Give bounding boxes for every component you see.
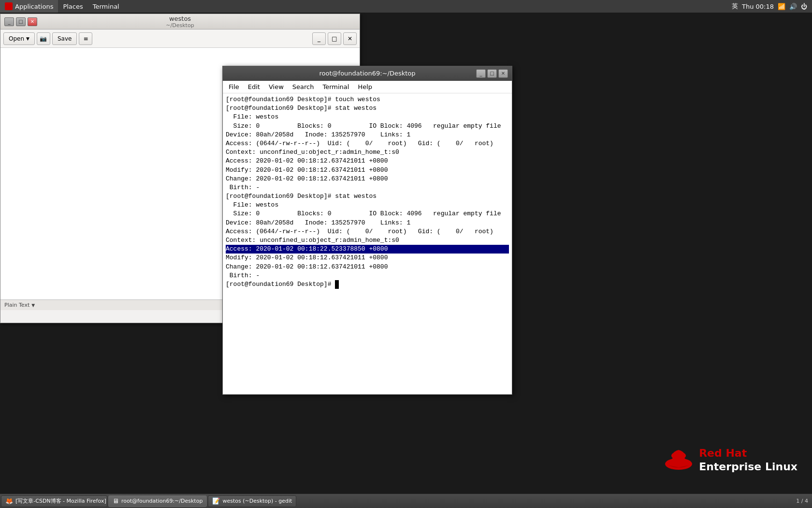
- menu-search[interactable]: Search: [289, 82, 318, 91]
- gedit-open-btn[interactable]: Open ▼: [3, 32, 35, 45]
- terminal-line: Size: 0 Blocks: 0 IO Block: 4096 regular…: [226, 209, 509, 218]
- terminal-line: Access: 2020-01-02 00:18:12.637421011 +0…: [226, 157, 509, 165]
- gedit-wm-max-btn[interactable]: □: [328, 32, 341, 45]
- terminal-body[interactable]: [root@foundation69 Desktop]# touch westo…: [223, 93, 512, 394]
- taskbar-page-indicator: 1 / 4: [796, 498, 811, 504]
- terminal-line: File: westos: [226, 201, 509, 209]
- terminal-highlighted-line: Access: 2020-01-02 00:18:22.523378850 +0…: [226, 245, 509, 254]
- gedit-save-btn[interactable]: Save: [52, 32, 77, 45]
- gedit-wm-close-btn[interactable]: ✕: [343, 32, 357, 45]
- top-bar: Applications Places Terminal 英 Thu 00:18…: [0, 0, 812, 13]
- gedit-close-btn[interactable]: ✕: [28, 17, 37, 26]
- redhat-logo: Red Hat Enterprise Linux: [664, 447, 798, 474]
- terminal-line: Context: unconfined_u:object_r:admin_hom…: [226, 236, 509, 245]
- statusbar-dropdown-arrow[interactable]: ▼: [31, 303, 35, 308]
- language-indicator: 英: [732, 2, 738, 11]
- terminal-minimize-btn[interactable]: _: [476, 69, 486, 78]
- power-icon: ⏻: [801, 3, 807, 10]
- top-bar-right: 英 Thu 00:18 📶 🔊 ⏻: [732, 2, 812, 11]
- terminal-icon: 🖥: [113, 497, 119, 505]
- places-menu[interactable]: Places: [58, 0, 87, 13]
- taskbar-item-firefox[interactable]: 🦊 [写文章-CSDN博客 - Mozilla Firefox]: [1, 495, 107, 507]
- terminal-line: Access: (0644/-rw-r--r--) Uid: ( 0/ root…: [226, 227, 509, 236]
- taskbar: 🦊 [写文章-CSDN博客 - Mozilla Firefox] 🖥 root@…: [0, 493, 812, 508]
- terminal-line: Modify: 2020-01-02 00:18:12.637421011 +0…: [226, 166, 509, 175]
- menu-file[interactable]: File: [225, 82, 243, 91]
- gedit-camera-btn[interactable]: 📷: [37, 32, 50, 45]
- redhat-text: Red Hat Enterprise Linux: [699, 447, 798, 474]
- taskbar-item-terminal[interactable]: 🖥 root@foundation69:~/Desktop: [108, 495, 207, 507]
- clock: Thu 00:18: [742, 3, 774, 10]
- terminal-close-btn[interactable]: ✕: [498, 69, 508, 78]
- gedit-minimize-btn[interactable]: _: [4, 17, 14, 26]
- terminal-line: Change: 2020-01-02 00:18:12.637421011 +0…: [226, 175, 509, 183]
- terminal-line: Birth: -: [226, 183, 509, 192]
- gedit-titlebar: _ □ ✕ westos ~/Desktop: [0, 14, 360, 30]
- terminal-line: Change: 2020-01-02 00:18:12.637421011 +0…: [226, 263, 509, 271]
- top-bar-left: Applications Places Terminal: [0, 0, 124, 13]
- gedit-menu-btn[interactable]: ≡: [79, 32, 92, 45]
- redhat-icon: [5, 2, 13, 10]
- dropdown-arrow[interactable]: ▼: [26, 36, 29, 41]
- terminal-wm-buttons: _ □ ✕: [476, 69, 508, 78]
- menu-help[interactable]: Help: [354, 82, 376, 91]
- terminal-titlebar: root@foundation69:~/Desktop _ □ ✕: [223, 66, 512, 81]
- gedit-maximize-btn[interactable]: □: [16, 17, 26, 26]
- network-icon: 📶: [778, 3, 785, 10]
- firefox-icon: 🦊: [5, 497, 13, 505]
- menu-view[interactable]: View: [265, 82, 288, 91]
- menu-edit[interactable]: Edit: [244, 82, 264, 91]
- terminal-line: Birth: -: [226, 271, 509, 280]
- terminal-line: Size: 0 Blocks: 0 IO Block: 4096 regular…: [226, 122, 509, 131]
- taskbar-item-gedit[interactable]: 📝 westos (~Desktop) - gedit: [208, 495, 296, 507]
- terminal-menu[interactable]: Terminal: [88, 0, 124, 13]
- terminal-line: Device: 80ah/2058d Inode: 135257970 Link…: [226, 219, 509, 227]
- gedit-title: westos ~/Desktop: [166, 15, 194, 29]
- menu-terminal[interactable]: Terminal: [319, 82, 353, 91]
- gedit-toolbar: Open ▼ 📷 Save ≡ _ □ ✕: [0, 30, 360, 48]
- terminal-cursor: [335, 280, 339, 289]
- terminal-maximize-btn[interactable]: □: [487, 69, 497, 78]
- terminal-line: [root@foundation69 Desktop]# stat westos: [226, 192, 509, 201]
- terminal-line: File: westos: [226, 113, 509, 121]
- terminal-title: root@foundation69:~/Desktop: [319, 70, 416, 77]
- terminal-line: Access: (0644/-rw-r--r--) Uid: ( 0/ root…: [226, 139, 509, 148]
- terminal-line: [root@foundation69 Desktop]# touch westo…: [226, 95, 509, 104]
- gedit-wm-min-btn[interactable]: _: [312, 32, 326, 45]
- applications-menu[interactable]: Applications: [0, 0, 58, 13]
- terminal-line: Context: unconfined_u:object_r:admin_hom…: [226, 148, 509, 157]
- terminal-line: Device: 80ah/2058d Inode: 135257970 Link…: [226, 131, 509, 139]
- terminal-line: Modify: 2020-01-02 00:18:12.637421011 +0…: [226, 254, 509, 262]
- terminal-line: [root@foundation69 Desktop]# stat westos: [226, 104, 509, 113]
- volume-icon: 🔊: [789, 3, 797, 10]
- redhat-hat-icon: [664, 447, 693, 474]
- desktop: _ □ ✕ westos ~/Desktop Open ▼ 📷 Save ≡ _…: [0, 13, 812, 493]
- gedit-icon: 📝: [212, 497, 220, 505]
- terminal-window: root@foundation69:~/Desktop _ □ ✕ File E…: [222, 66, 512, 395]
- terminal-prompt-line: [root@foundation69 Desktop]#: [226, 280, 509, 289]
- terminal-menubar: File Edit View Search Terminal Help: [223, 81, 512, 93]
